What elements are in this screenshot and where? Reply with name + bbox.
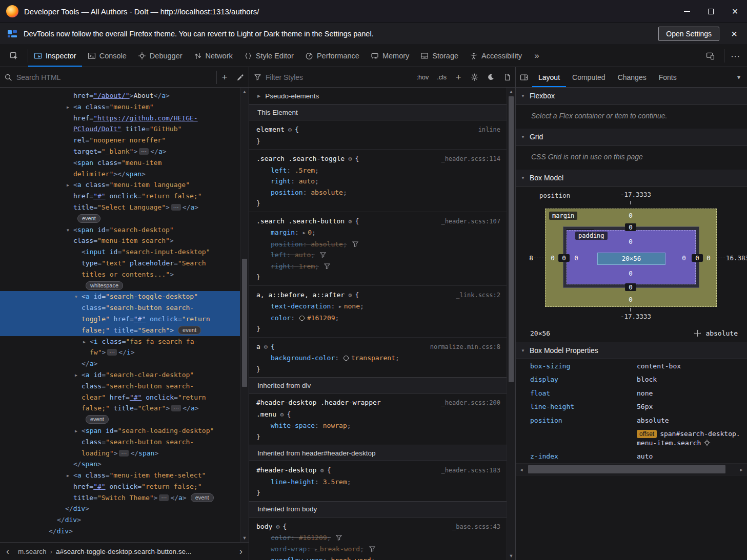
flexbox-section-header[interactable]: ▼ Flexbox — [516, 88, 747, 105]
scrollbar-thumb[interactable] — [528, 465, 725, 473]
gear-icon[interactable]: ⚙ — [348, 154, 352, 165]
css-declaration[interactable]: color: #161209; — [256, 532, 500, 544]
box-model-property-row[interactable]: line-height56px — [516, 400, 747, 414]
gear-icon[interactable]: ⚙ — [264, 342, 268, 353]
event-badge[interactable]: event — [77, 214, 100, 223]
tree-line[interactable]: ▶<a class="menu-item" — [0, 101, 240, 113]
padding-left-value[interactable]: 0 — [571, 254, 582, 262]
scrollbar-down-icon[interactable]: ▼ — [240, 534, 249, 542]
twisty-icon[interactable]: ▶ — [67, 470, 73, 482]
rule-selector[interactable]: a — [256, 341, 260, 352]
breadcrumb-item[interactable]: m.search — [15, 548, 49, 555]
tree-line[interactable]: class="menu-item search"> — [0, 235, 240, 246]
rule-selector[interactable]: element — [256, 124, 285, 135]
overridden-filter-icon[interactable] — [336, 535, 342, 541]
box-model-property-row[interactable]: floatnone — [516, 386, 747, 400]
tree-line[interactable]: </a> — [0, 358, 240, 369]
tree-line[interactable]: fw">⋯</i> — [0, 347, 240, 358]
markup-scrollbar[interactable]: ▲ ▼ — [240, 88, 249, 542]
margin-bottom-value[interactable]: 0 — [625, 296, 636, 303]
twisty-icon[interactable]: ▶ — [67, 180, 73, 191]
gear-icon[interactable]: ⚙ — [348, 290, 352, 301]
tree-line[interactable]: class="search-button search- — [0, 381, 240, 392]
box-model-diagram[interactable]: position -17.3333 margin border padding … — [516, 186, 747, 324]
grid-section-header[interactable]: ▼ Grid — [516, 129, 747, 146]
filter-styles-input[interactable] — [266, 73, 413, 81]
margin-left-value[interactable]: 0 — [547, 254, 558, 262]
notification-close-icon[interactable]: × — [726, 26, 742, 42]
light-theme-sim-icon[interactable] — [466, 67, 482, 87]
twisty-icon[interactable]: ▶ — [67, 102, 73, 113]
select-node-icon[interactable] — [703, 439, 711, 446]
gear-icon[interactable]: ⚙ — [288, 125, 292, 136]
open-settings-button[interactable]: Open Settings — [658, 27, 719, 41]
rule-selector[interactable]: #header-desktop — [256, 465, 316, 476]
margin-right-value[interactable]: 0 — [703, 254, 714, 262]
border-right-value[interactable]: 0 — [692, 254, 703, 262]
tree-line[interactable]: event — [0, 213, 240, 224]
tree-line[interactable]: href="#" onclick="return false;" — [0, 191, 240, 202]
pick-element-button[interactable] — [0, 45, 28, 67]
gear-icon[interactable]: ⚙ — [320, 465, 324, 476]
pseudo-elements-header[interactable]: ▶Pseudo-elements — [249, 88, 507, 105]
css-declaration[interactable]: background-color: transparent; — [256, 352, 500, 364]
twisty-icon[interactable]: ▶ — [83, 337, 90, 348]
color-swatch-icon[interactable] — [344, 356, 349, 361]
overridden-filter-icon[interactable] — [324, 263, 330, 269]
css-declaration[interactable]: left: .5rem; — [256, 165, 500, 176]
tab-accessibility[interactable]: Accessibility — [464, 45, 528, 67]
tree-line[interactable]: delimiter"></span> — [0, 169, 240, 180]
tree-line[interactable]: <span class="menu-item — [0, 157, 240, 169]
twisty-icon[interactable]: ▼ — [521, 94, 525, 98]
box-model-section-header[interactable]: ▼ Box Model — [516, 170, 747, 186]
css-declaration[interactable]: white-space: nowrap; — [256, 420, 500, 431]
eyedropper-icon[interactable] — [232, 67, 249, 87]
add-rule-button[interactable]: + — [451, 72, 466, 83]
tree-line[interactable]: ▶<span id="search-loading-desktop" — [0, 425, 240, 437]
padding-right-value[interactable]: 0 — [678, 254, 690, 262]
rule-selector[interactable]: body — [256, 521, 272, 532]
box-model-property-row[interactable]: offsetspan#search-desktop.menu-item.sear… — [516, 427, 747, 450]
pseudo-class-toggle[interactable]: :hov — [413, 74, 433, 81]
rule-source-link[interactable]: _header.scss:107 — [436, 216, 500, 227]
inline-expander-icon[interactable]: ⋯ — [139, 148, 149, 155]
box-model-property-row[interactable]: displayblock — [516, 373, 747, 387]
inline-expander-icon[interactable]: ⋯ — [171, 204, 181, 211]
tree-line[interactable]: ▶<a class="menu-item theme-select" — [0, 470, 240, 481]
tree-line[interactable]: ▼<span id="search-desktop" — [0, 224, 240, 236]
scrollbar-thumb[interactable] — [509, 96, 514, 382]
breadcrumb-next-icon[interactable]: › — [233, 546, 249, 557]
gear-icon[interactable]: ⚙ — [280, 409, 284, 421]
border-top-value[interactable]: 0 — [625, 223, 636, 231]
tab-computed[interactable]: Computed — [566, 67, 612, 87]
tree-line[interactable]: titles or contents..."> — [0, 269, 240, 280]
padding-top-value[interactable]: 0 — [625, 238, 636, 245]
rule-selector[interactable]: .search .search-button — [256, 216, 345, 227]
tree-line[interactable]: PCloud/DoIt" title="GitHub" — [0, 123, 240, 135]
tab-storage[interactable]: Storage — [415, 45, 464, 67]
expand-value-icon[interactable]: ▶ — [339, 304, 344, 309]
tree-line[interactable]: href="#" onclick="return false;" — [0, 481, 240, 492]
twisty-icon[interactable]: ▶ — [75, 426, 82, 437]
tree-line[interactable]: whitespace — [0, 280, 240, 292]
scrollbar-left-icon[interactable]: ◂ — [516, 464, 527, 475]
twisty-icon[interactable]: ▼ — [67, 225, 73, 236]
tab-layout[interactable]: Layout — [532, 67, 566, 87]
box-model-property-row[interactable]: positionabsolute — [516, 413, 747, 427]
inline-expander-icon[interactable]: ⋯ — [107, 349, 117, 356]
scrollbar-thumb[interactable] — [242, 259, 247, 387]
tree-line[interactable]: </div> — [0, 503, 240, 514]
tree-line[interactable]: title="Select Language">⋯</a> — [0, 202, 240, 213]
event-badge[interactable]: event — [178, 326, 201, 335]
tab-inspector[interactable]: Inspector — [28, 45, 82, 67]
css-declaration[interactable]: right: 1rem; — [256, 261, 500, 272]
tab-performance[interactable]: Performance — [299, 45, 365, 67]
content-box[interactable]: 20×56 — [597, 253, 665, 265]
dark-theme-sim-icon[interactable] — [482, 67, 499, 87]
box-model-property-row[interactable]: box-sizingcontent-box — [516, 359, 747, 373]
breadcrumb-item-current[interactable]: a#search-toggle-desktop.search-button.se… — [53, 548, 194, 555]
css-declaration[interactable]: position: absolute; — [256, 239, 500, 250]
tree-line[interactable]: ▶<i class="fas fa-search fa- — [0, 336, 240, 347]
tree-line[interactable]: rel="noopener noreffer" — [0, 135, 240, 146]
overridden-filter-icon[interactable] — [320, 252, 326, 258]
